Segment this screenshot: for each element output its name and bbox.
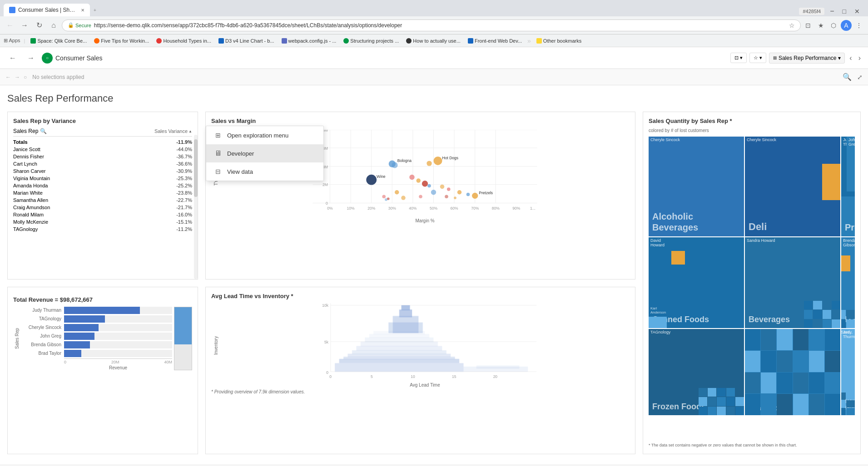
address-bar[interactable]: 🔒 Secure https://sense-demo.qlik.com/sen… xyxy=(62,20,801,31)
table-scrollbar[interactable] xyxy=(194,135,198,279)
undo-selection-icon[interactable]: ← xyxy=(5,74,11,80)
extensions-icon[interactable]: ⬡ xyxy=(828,20,839,31)
treemap-person-cheryle1: Cheryle Sincock xyxy=(650,137,680,142)
app-nav-back[interactable]: ← xyxy=(5,51,20,65)
more-bookmarks-icon[interactable]: » xyxy=(527,37,531,44)
maximize-button[interactable]: □ xyxy=(840,7,849,16)
more-options-icon[interactable]: ⋮ xyxy=(853,20,864,31)
profile-icon[interactable]: A xyxy=(841,20,852,31)
treemap-cell-alcoholic[interactable]: Cheryle Sincock AlcoholicBeverages xyxy=(649,137,744,236)
table-row-4[interactable]: Sharon Carver -30.9% xyxy=(13,167,192,175)
forward-button[interactable]: → xyxy=(18,19,31,32)
cast-icon[interactable]: ⊡ xyxy=(803,20,813,31)
scatter-point xyxy=(385,198,387,201)
active-tab[interactable]: Consumer Sales | Sheets ✕ xyxy=(4,4,90,16)
bookmark-structuring[interactable]: Structuring projects ... xyxy=(342,37,401,44)
table-row-2[interactable]: Dennis Fisher -36.7% xyxy=(13,153,192,160)
table-row-totals[interactable]: Totals -11.9% xyxy=(13,138,192,146)
tick-0: 0 xyxy=(64,360,66,364)
sheet-name: Sales Rep Performance xyxy=(779,55,836,61)
bookmark-star-icon[interactable]: ☆ xyxy=(789,22,795,29)
svg-text:Pretzels: Pretzels xyxy=(479,191,493,195)
table-row-7[interactable]: Marian White -23.8% xyxy=(13,189,192,196)
close-button[interactable]: ✕ xyxy=(852,7,863,16)
treemap-label-produce: Produce xyxy=(845,222,855,233)
apps-bookmark[interactable]: ⊞ Apps xyxy=(4,38,20,44)
col2-header[interactable]: Sales Variance ▲ xyxy=(154,128,192,134)
table-search-icon[interactable]: 🔍 xyxy=(40,128,47,134)
avg-lead-chart: 10k 5k 0 xyxy=(220,303,630,388)
bookmark-frontend[interactable]: Front-end Web Dev... xyxy=(466,37,524,44)
tab-bar: Consumer Sales | Sheets ✕ + #4285f4 − □ … xyxy=(0,0,868,16)
treemap-cell-canned[interactable]: DavidHoward Canned Foods KarlAnderson xyxy=(649,237,744,328)
avg-lead-x-label: Avg Lead Time xyxy=(220,383,630,388)
treemap-cell-baking[interactable]: JudyThurman Sara... BakingGoods xyxy=(841,329,855,415)
treemap-cell-dairy[interactable]: Brenda Gibson Dairy xyxy=(841,237,855,328)
sheet-selector[interactable]: ⊞ Sales Rep Performance ▾ xyxy=(769,53,845,64)
app-nav-forward[interactable]: → xyxy=(24,51,38,65)
table-row-10[interactable]: Ronald Milam -16.0% xyxy=(13,211,192,218)
tab-close-button[interactable]: ✕ xyxy=(81,8,84,13)
table-row-12[interactable]: TAGnology -11.2% xyxy=(13,226,192,233)
bar-bg-6 xyxy=(64,350,172,357)
bar-chart-area: Sales Rep Judy Thurman TAGnology xyxy=(13,307,192,370)
bookmark-household[interactable]: Household Types in... xyxy=(154,37,213,44)
scatter-point xyxy=(454,196,456,199)
svg-text:5k: 5k xyxy=(324,339,329,344)
svg-rect-46 xyxy=(356,346,442,350)
bookmark-d3[interactable]: D3 v4 Line Chart - b... xyxy=(217,37,276,44)
svg-rect-56 xyxy=(476,365,519,368)
sheet-prev-button[interactable]: ‹ xyxy=(848,52,853,64)
clear-selection-icon[interactable]: ○ xyxy=(24,74,27,80)
treemap-cell-snack[interactable]: Snack Foods xyxy=(745,329,840,415)
treemap-cell-frozen[interactable]: TAGnology Frozen Foods xyxy=(649,329,744,415)
bar-row-tag: TAGnology xyxy=(20,315,172,323)
bar-chart-rows: Judy Thurman TAGnology Che xyxy=(20,307,172,370)
scatter-cloud xyxy=(335,305,528,371)
table-row-5[interactable]: Viginia Mountain -25.3% xyxy=(13,175,192,182)
bar-fill-2 xyxy=(64,315,105,323)
bookmark-github[interactable]: How to actually use... xyxy=(404,37,462,44)
treemap-cell-beverages[interactable]: Sandra Howard Beverages xyxy=(745,237,840,328)
table-row-6[interactable]: Amanda Honda -25.2% xyxy=(13,182,192,189)
svg-rect-45 xyxy=(352,350,446,354)
other-bookmarks[interactable]: Other bookmarks xyxy=(535,37,583,44)
bookmark-fivetips[interactable]: Five Tips for Workin... xyxy=(92,37,151,44)
search-icon[interactable]: 🔍 xyxy=(843,73,852,81)
table-row-8[interactable]: Samantha Allen -22.7% xyxy=(13,196,192,204)
snack-grid xyxy=(745,329,840,415)
tab-favicon xyxy=(9,7,15,13)
reload-button[interactable]: ↻ xyxy=(33,19,45,32)
svg-text:50%: 50% xyxy=(430,206,438,211)
minimize-button[interactable]: − xyxy=(827,6,837,16)
redo-selection-icon[interactable]: → xyxy=(15,74,20,80)
context-menu-item-explore[interactable]: ⊞ Open exploration menu xyxy=(206,126,323,144)
back-button[interactable]: ← xyxy=(4,19,16,32)
user-profile[interactable]: #4285f4 xyxy=(799,8,824,15)
bookmark-webpack[interactable]: webpack.config.js - ... xyxy=(280,37,338,44)
presentation-button[interactable]: ⊡ ▾ xyxy=(730,53,747,63)
table-row-3[interactable]: Cart Lynch -36.6% xyxy=(13,160,192,167)
sheet-next-button[interactable]: › xyxy=(857,52,863,64)
table-row-9[interactable]: Craig Amundson -21.7% xyxy=(13,204,192,211)
scatter-point xyxy=(366,175,377,185)
bookmark-qlik[interactable]: Space: Qlik Core Be... xyxy=(29,37,89,44)
context-menu-item-viewdata[interactable]: ⊟ View data xyxy=(206,162,323,181)
tab-title: Consumer Sales | Sheets xyxy=(18,7,77,13)
treemap-cell-produce[interactable]: JudyThurman John Greg Produce xyxy=(841,137,855,236)
table-row-1[interactable]: Janice Scott -44.0% xyxy=(13,146,192,153)
table-body: Totals -11.9% Janice Scott -44.0% Dennis… xyxy=(13,138,192,233)
col1-header: Sales Rep 🔍 xyxy=(13,128,47,134)
bar-fill-3 xyxy=(64,324,99,331)
context-menu-item-developer[interactable]: 🖥 Developer xyxy=(206,144,323,162)
table-row-11[interactable]: Molly McKenzie -15.1% xyxy=(13,218,192,226)
bookmark-manager-icon[interactable]: ★ xyxy=(815,20,826,31)
new-tab[interactable]: + xyxy=(90,4,181,16)
home-button[interactable]: ⌂ xyxy=(47,19,60,32)
bookmark-button[interactable]: ☆ ▾ xyxy=(749,53,766,63)
treemap-cell-deli[interactable]: Cheryle Sincock Deli xyxy=(745,137,840,236)
dashboard-grid: Sales Rep by Variance Sales Rep 🔍 Sales … xyxy=(7,112,861,454)
svg-text:80%: 80% xyxy=(492,206,500,211)
expand-icon[interactable]: ⤢ xyxy=(857,74,863,81)
toolbar-icons: ⊡ ★ ⬡ A ⋮ xyxy=(803,20,864,31)
